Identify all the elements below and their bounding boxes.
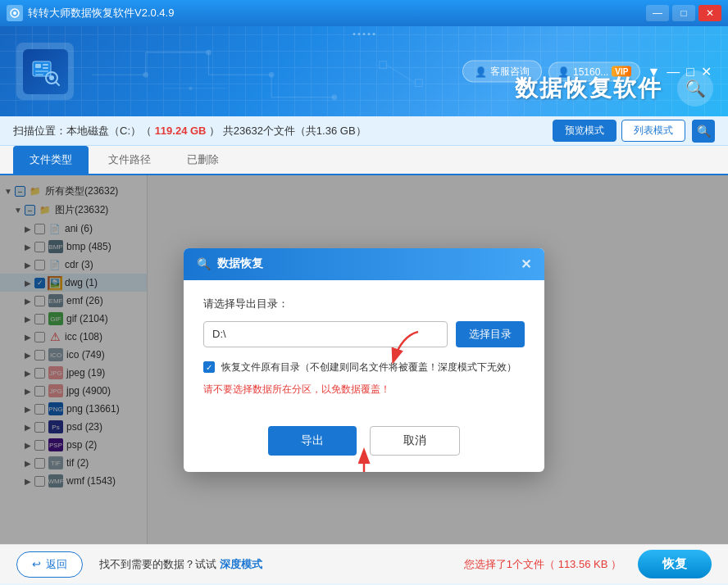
- preview-mode-button[interactable]: 预览模式: [553, 120, 617, 142]
- hint-prefix: 找不到需要的数据？试试: [99, 558, 216, 570]
- checkbox-row: ✓ 恢复文件原有目录（不创建则同名文件将被覆盖！深度模式下无效）: [203, 361, 525, 374]
- main-content: ▼ – 📁 所有类型(23632) ▼ – 📁 图片(23632) ▶ 📄 an…: [0, 175, 728, 544]
- sel-prefix: 您选择了1个文件（: [464, 558, 555, 570]
- svg-rect-7: [35, 74, 43, 75]
- svg-rect-4: [43, 64, 48, 66]
- modal-input-row: 选择目录: [203, 321, 525, 347]
- sel-suffix: ）: [611, 558, 621, 570]
- select-directory-button[interactable]: 选择目录: [456, 321, 525, 347]
- modal-dir-label: 请选择导出目录：: [203, 297, 525, 311]
- toolbar-search-icon[interactable]: 🔍: [692, 120, 715, 143]
- export-button[interactable]: 导出: [268, 426, 357, 456]
- svg-point-23: [189, 87, 192, 90]
- list-mode-button[interactable]: 列表模式: [621, 120, 685, 142]
- warning-text: 请不要选择数据所在分区，以免数据覆盖！: [203, 383, 525, 397]
- modal-overlay: 🔍 数据恢复 ✕ 请选择导出目录： 选择目录: [0, 175, 728, 544]
- svg-line-26: [386, 65, 415, 83]
- checkbox-label: 恢复文件原有目录（不创建则同名文件将被覆盖！深度模式下无效）: [221, 361, 516, 374]
- tab-file-type[interactable]: 文件类型: [13, 146, 89, 174]
- modal-search-icon: 🔍: [197, 257, 211, 270]
- svg-rect-6: [35, 70, 48, 72]
- back-button[interactable]: ↩ 返回: [16, 551, 83, 578]
- svg-rect-25: [415, 79, 422, 87]
- selection-info: 您选择了1个文件（ 113.56 KB ）: [464, 557, 621, 572]
- restore-dir-checkbox[interactable]: ✓: [203, 361, 215, 373]
- app-title: 转转大师数据恢复软件V2.0.4.9: [28, 6, 646, 20]
- svg-point-1: [13, 11, 16, 15]
- recovery-modal: 🔍 数据恢复 ✕ 请选择导出目录： 选择目录: [184, 248, 544, 472]
- app-icon: [7, 5, 23, 21]
- header-title: 数据恢复软件: [515, 73, 662, 104]
- header: 👤 客服咨询 👤 15160... VIP ▼ — □ ✕ 数据恢复软件 🔍: [0, 26, 728, 116]
- close-button[interactable]: ✕: [698, 5, 721, 21]
- window-controls: — □ ✕: [646, 5, 721, 21]
- modal-title: 数据恢复: [217, 256, 263, 271]
- tab-bar: 文件类型 文件路径 已删除: [0, 146, 728, 175]
- tab-file-path[interactable]: 文件路径: [92, 146, 167, 174]
- sel-size: 113.56 KB: [558, 558, 608, 570]
- svg-point-9: [49, 75, 54, 80]
- header-search-button[interactable]: 🔍: [677, 70, 713, 107]
- minimize-button[interactable]: —: [646, 5, 669, 21]
- toolbar: 扫描位置：本地磁盘（C:）（ 119.24 GB ） 共23632个文件（共1.…: [0, 116, 728, 146]
- modal-body: 请选择导出目录： 选择目录: [184, 280, 544, 426]
- back-label: 返回: [46, 557, 67, 572]
- svg-rect-24: [380, 61, 387, 69]
- recover-button[interactable]: 恢复: [638, 550, 712, 578]
- deep-mode-link[interactable]: 深度模式: [220, 558, 262, 570]
- minimize-icon[interactable]: —: [667, 64, 680, 79]
- restore-button[interactable]: □: [672, 5, 695, 21]
- back-icon: ↩: [32, 558, 41, 570]
- logo-area: [16, 43, 74, 100]
- titlebar: 转转大师数据恢复软件V2.0.4.9 — □ ✕: [0, 0, 728, 26]
- cs-icon: 👤: [475, 66, 487, 77]
- svg-line-10: [56, 82, 59, 85]
- svg-point-21: [332, 94, 338, 100]
- bottom-bar: ↩ 返回 找不到需要的数据？试试 深度模式 您选择了1个文件（ 113.56 K…: [0, 544, 728, 583]
- tab-deleted[interactable]: 已删除: [171, 146, 235, 174]
- modal-cancel-button[interactable]: 取消: [370, 426, 460, 456]
- logo-inner: [23, 49, 68, 94]
- directory-input[interactable]: [203, 321, 448, 347]
- hint-text: 找不到需要的数据？试试 深度模式: [99, 557, 448, 572]
- modal-header: 🔍 数据恢复 ✕: [184, 248, 544, 280]
- svg-rect-3: [35, 64, 41, 68]
- logo-box: [16, 43, 74, 100]
- modal-footer: 导出 取消: [184, 426, 544, 472]
- scan-location: 扫描位置：本地磁盘（C:）（ 119.24 GB ） 共23632个文件（共1.…: [13, 124, 553, 138]
- view-buttons: 预览模式 列表模式: [553, 120, 685, 142]
- modal-close-button[interactable]: ✕: [521, 256, 531, 272]
- svg-rect-5: [43, 67, 48, 69]
